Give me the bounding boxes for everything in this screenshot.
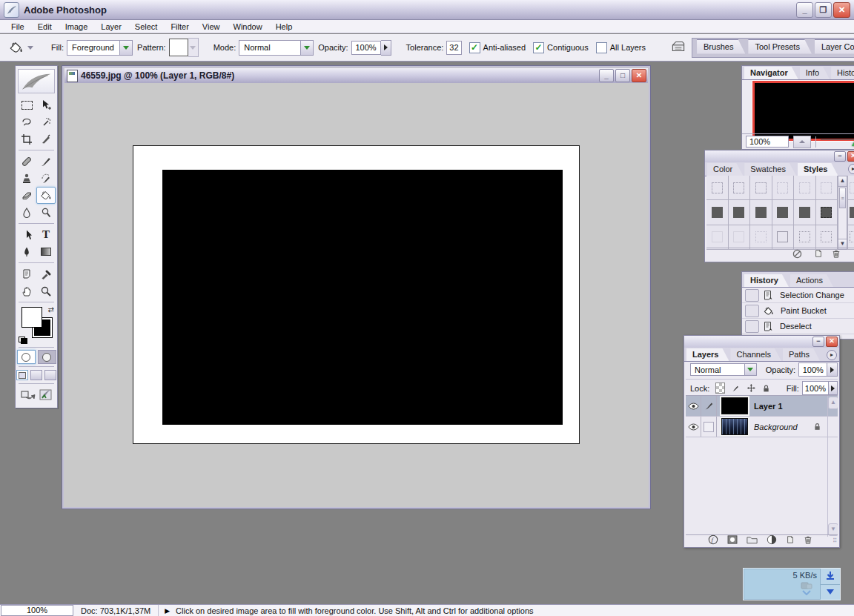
blend-mode-select[interactable]: Normal [690,363,757,376]
lock-all-icon[interactable] [762,383,770,394]
lock-transparency-icon[interactable] [715,382,725,394]
toolbox-logo[interactable] [18,69,55,93]
tab-layers[interactable]: Layers [686,348,729,361]
status-arrow-icon[interactable]: ▶ [165,607,170,615]
menu-view[interactable]: View [196,20,227,33]
style-swatch[interactable] [794,225,816,250]
fill-select[interactable]: Foreground [67,40,133,56]
tool-magic-wand[interactable] [36,113,56,130]
delete-layer-button[interactable] [804,535,812,546]
history-source-well[interactable] [745,289,759,302]
style-swatch[interactable] [706,176,729,200]
style-swatch[interactable] [729,200,751,225]
layers-close-button[interactable]: ✕ [826,337,838,347]
tab-channels[interactable]: Channels [730,348,781,361]
scrollbar-thumb[interactable]: ≡ [839,188,846,208]
layer-thumbnail[interactable] [721,397,748,414]
tool-clone-stamp[interactable] [17,170,36,187]
palette-well-tab-layer-comps[interactable]: Layer Comps [815,39,854,54]
tab-styles[interactable]: Styles [798,163,838,176]
layers-opacity-input[interactable]: 100% [798,362,827,377]
lock-position-icon[interactable] [747,382,756,394]
new-layer-button[interactable] [786,535,795,546]
tool-blur[interactable] [17,204,36,221]
quick-mask-mode-button[interactable] [38,350,56,364]
close-button[interactable]: ✕ [833,2,850,18]
menu-layer[interactable]: Layer [94,20,128,33]
tool-paint-bucket[interactable] [36,187,56,204]
layer-name[interactable]: Background [754,423,798,431]
opacity-input[interactable]: 100% [351,41,381,55]
navigator-zoom-slider[interactable] [815,136,854,148]
foreground-color-swatch[interactable] [21,307,42,328]
swap-colors-icon[interactable]: ⇄ [48,305,54,314]
fill-opacity-input[interactable]: 100% [802,381,829,395]
add-mask-button[interactable] [727,535,738,546]
tab-paths[interactable]: Paths [783,348,820,361]
tool-move[interactable] [36,96,56,113]
visibility-cell[interactable] [686,417,701,437]
tool-slice[interactable] [36,130,56,148]
document-canvas-area[interactable] [64,83,648,506]
navigator-zoom-input[interactable]: 100% [746,136,789,148]
tool-shape[interactable] [36,243,56,260]
tolerance-input[interactable]: 32 [446,41,461,55]
tab-actions[interactable]: Actions [790,274,833,287]
palette-well-tab-tool-presets[interactable]: Tool Presets [748,39,812,54]
menu-image[interactable]: Image [59,20,95,33]
tab-swatches[interactable]: Swatches [744,163,796,176]
style-swatch[interactable] [729,225,751,250]
layer-thumbnail[interactable] [721,418,748,435]
history-source-well[interactable] [745,305,759,317]
contiguous-checkbox[interactable]: ✓ Contiguous [533,42,589,53]
pattern-picker[interactable] [169,38,199,57]
style-swatch[interactable] [816,225,838,250]
layers-minimize-button[interactable]: − [812,337,824,347]
download-widget[interactable]: 5 KB/s [743,568,841,600]
clear-style-button[interactable] [792,249,802,260]
document-close-button[interactable]: ✕ [632,69,646,82]
menu-select[interactable]: Select [128,20,165,33]
style-swatch[interactable] [848,200,854,225]
palette-well-tab-brushes[interactable]: Brushes [697,39,745,54]
layers-scrollbar[interactable]: ▲ ▼ [827,396,838,537]
tool-crop[interactable] [17,130,36,148]
style-swatch[interactable] [750,176,772,200]
tool-type[interactable]: T [36,226,56,243]
edit-in-imageready-button[interactable] [20,388,36,403]
tool-notes[interactable] [17,265,36,282]
tool-zoom[interactable] [36,282,56,299]
layer-row-layer1[interactable]: Layer 1 [686,396,838,417]
fullscreen-mode-button[interactable] [44,370,56,380]
style-swatch[interactable] [816,176,838,200]
standard-screen-mode-button[interactable] [16,370,28,380]
layer-style-button[interactable]: f [708,534,718,546]
adjustment-layer-button[interactable] [767,534,777,546]
tool-hand[interactable] [17,282,36,299]
resize-grip-icon[interactable]: ⠿ [833,537,838,544]
fill-opacity-slider-button[interactable] [829,381,838,395]
lock-paint-icon[interactable] [731,382,741,394]
default-colors-icon[interactable] [19,337,27,344]
menu-filter[interactable]: Filter [164,20,195,33]
restore-button[interactable]: ❐ [815,2,832,18]
new-style-button[interactable] [814,249,823,259]
minimize-button[interactable]: _ [796,2,813,18]
styles-close-button[interactable]: ✕ [847,151,854,162]
standard-mode-button[interactable] [17,350,36,364]
menu-window[interactable]: Window [227,20,269,33]
style-swatch[interactable] [729,176,751,200]
style-swatch[interactable] [794,176,816,200]
menu-file[interactable]: File [4,20,31,33]
style-swatch[interactable] [816,200,838,225]
tool-history-brush[interactable] [36,170,56,187]
new-group-button[interactable] [747,535,758,546]
menu-help[interactable]: Help [269,20,299,33]
status-zoom-input[interactable]: 100% [1,605,73,616]
tab-info[interactable]: Info [800,67,830,79]
styles-minimize-button[interactable]: − [834,151,846,162]
tab-history[interactable]: History [744,274,789,287]
menu-edit[interactable]: Edit [31,20,59,33]
expand-down-button[interactable] [821,584,840,600]
link-cell[interactable] [701,417,717,437]
